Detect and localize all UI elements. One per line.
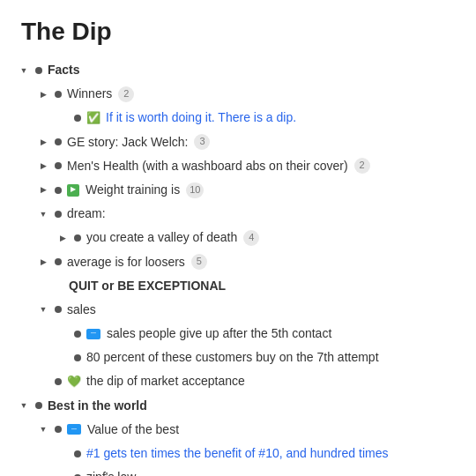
- row-weight-training: ▶ Weight training is 10: [18, 178, 458, 202]
- badge-valley-death: 4: [243, 230, 259, 246]
- label-dip-market: the dip of market acceptance: [86, 370, 245, 392]
- bullet-mens-health: [55, 162, 62, 169]
- bullet-worth-doing: [74, 115, 81, 122]
- bullet-winners: [55, 91, 62, 98]
- label-zipfs-law: zipf's law: [86, 466, 136, 476]
- row-dip-market: 💚 the dip of market acceptance: [18, 369, 458, 393]
- green-heart-icon: 💚: [67, 371, 81, 391]
- label-sales-7th: 80 percent of these customers buy on the…: [86, 346, 379, 368]
- row-average: average is for loosers 5: [18, 250, 458, 274]
- row-mens-health: Men's Health (with a washboard abs on th…: [18, 154, 458, 178]
- bullet-valley-death: [74, 234, 81, 242]
- label-sales: sales: [67, 299, 96, 321]
- bullet-sales: [55, 306, 62, 313]
- row-winners: Winners 2: [18, 82, 458, 106]
- label-worth-doing: If it is worth doing it. There is a dip.: [106, 107, 296, 129]
- label-dream: dream:: [67, 203, 106, 225]
- badge-mens-health: 2: [354, 158, 370, 174]
- toggle-average[interactable]: [37, 256, 49, 268]
- page-title: The Dip: [21, 18, 458, 46]
- label-value-best: Value of the best: [87, 419, 179, 441]
- badge-weight-training: 10: [186, 182, 204, 198]
- badge-average: 5: [191, 254, 207, 270]
- label-best-world: Best in the world: [48, 395, 147, 417]
- row-facts: Facts: [18, 58, 458, 82]
- blue-rect2-icon: ···: [67, 424, 81, 435]
- checkmark-icon: ✅: [86, 108, 100, 128]
- toggle-mens-health[interactable]: [37, 160, 49, 172]
- label-number-one: #1 gets ten times the benefit of #10, an…: [86, 443, 388, 465]
- toggle-sales[interactable]: [37, 303, 49, 316]
- row-worth-doing: ✅ If it is worth doing it. There is a di…: [18, 106, 458, 130]
- toggle-valley-death[interactable]: [56, 232, 69, 244]
- bullet-sales-7th: [74, 354, 81, 361]
- label-weight-training: Weight training is: [86, 179, 180, 201]
- row-best-world: Best in the world: [18, 394, 458, 418]
- toggle-facts[interactable]: [18, 64, 30, 77]
- bullet-value-best: [55, 426, 62, 433]
- badge-winners: 2: [118, 86, 134, 102]
- row-number-one: #1 gets ten times the benefit of #10, an…: [18, 442, 458, 465]
- toggle-best-world[interactable]: [18, 399, 30, 412]
- label-sales-5th: sales people give up after the 5th conta…: [107, 323, 331, 345]
- label-mens-health: Men's Health (with a washboard abs on th…: [67, 155, 348, 177]
- flag-icon: ▶: [67, 184, 79, 197]
- row-quit-exceptional: QUIT or BE EXCEPTIONAL: [18, 274, 458, 298]
- bullet-dream: [55, 211, 62, 218]
- row-value-best: ··· Value of the best: [18, 418, 458, 442]
- bullet-ge-story: [55, 138, 62, 145]
- toggle-value-best[interactable]: [37, 423, 49, 435]
- bullet-facts: [35, 67, 42, 74]
- row-valley-death: you create a valley of death 4: [18, 226, 458, 249]
- toggle-weight-training[interactable]: [37, 184, 49, 197]
- label-winners: Winners: [67, 83, 112, 105]
- row-zipfs-law: zipf's law: [18, 465, 458, 476]
- toggle-dream[interactable]: [37, 208, 49, 220]
- bullet-best-world: [35, 402, 42, 409]
- bullet-weight-training: [55, 187, 62, 194]
- label-ge-story: GE story: Jack Welch:: [67, 131, 188, 153]
- label-quit-exceptional: QUIT or BE EXCEPTIONAL: [69, 275, 226, 297]
- bullet-number-one: [74, 450, 81, 457]
- bullet-dip-market: [55, 378, 62, 385]
- tree: Facts Winners 2 ✅ If it is worth doing i…: [18, 58, 458, 476]
- label-valley-death: you create a valley of death: [86, 227, 237, 249]
- badge-ge-story: 3: [194, 134, 210, 150]
- node-best-world: Best in the world ··· Value of the best …: [18, 394, 458, 476]
- toggle-ge-story[interactable]: [37, 136, 49, 148]
- label-facts: Facts: [48, 59, 80, 81]
- label-average: average is for loosers: [67, 251, 185, 273]
- row-sales-7th: 80 percent of these customers buy on the…: [18, 346, 458, 369]
- toggle-winners[interactable]: [37, 88, 49, 100]
- row-sales-5th: ··· sales people give up after the 5th c…: [18, 322, 458, 346]
- row-sales: sales: [18, 298, 458, 322]
- bullet-sales-5th: [74, 331, 81, 338]
- blue-rect-icon: ···: [86, 329, 100, 339]
- bullet-average: [55, 258, 62, 265]
- row-ge-story: GE story: Jack Welch: 3: [18, 130, 458, 154]
- row-dream: dream:: [18, 202, 458, 226]
- node-facts: Facts Winners 2 ✅ If it is worth doing i…: [18, 58, 458, 394]
